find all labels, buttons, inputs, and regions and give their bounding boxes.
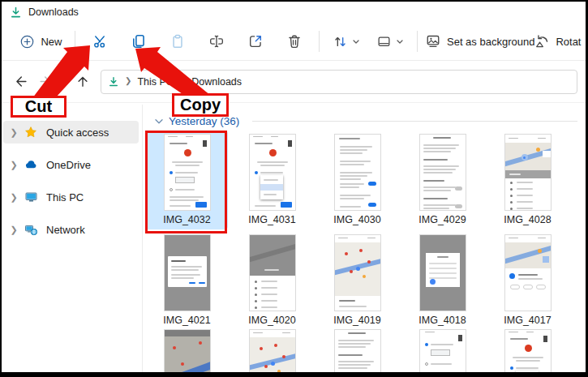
sidebar-item-quick-access[interactable]: ❯Quick access — [3, 121, 139, 144]
downloads-location-icon — [108, 76, 119, 88]
expand-chevron-icon[interactable]: ❯ — [3, 160, 24, 170]
file-thumbnail[interactable] — [249, 329, 296, 372]
file-item-img_4018[interactable]: IMG_4018 — [400, 229, 485, 324]
scissors-icon — [92, 34, 107, 49]
address-bar[interactable]: ❯ This PC ❯ Downloads — [101, 70, 577, 94]
up-arrow-icon — [75, 75, 90, 88]
sidebar-item-network[interactable]: ❯Network — [3, 218, 139, 241]
file-item[interactable] — [485, 324, 570, 372]
file-thumbnail[interactable] — [164, 329, 211, 372]
file-name-label: IMG_4031 — [248, 214, 295, 225]
file-item-img_4031[interactable]: IMG_4031 — [230, 129, 315, 229]
copy-icon — [131, 34, 146, 49]
file-thumbnail[interactable] — [504, 134, 552, 211]
window-body: ❯Quick access❯OneDrive❯This PC❯Network Y… — [2, 105, 586, 372]
file-item-img_4021[interactable]: IMG_4021 — [144, 229, 230, 324]
set-as-background-button[interactable]: Set as background — [426, 34, 534, 49]
file-item[interactable] — [144, 324, 230, 372]
view-button[interactable] — [371, 28, 409, 55]
file-thumbnail[interactable] — [334, 234, 381, 311]
share-button[interactable] — [239, 28, 272, 55]
up-button[interactable] — [73, 72, 92, 92]
rotate-button[interactable]: Rotat — [534, 34, 581, 49]
file-thumbnail[interactable] — [164, 234, 211, 311]
sort-button[interactable] — [328, 28, 365, 55]
file-item-img_4028[interactable]: IMG_4028 — [485, 129, 570, 229]
recent-locations-button[interactable] — [55, 72, 68, 92]
file-thumbnail[interactable] — [249, 234, 296, 311]
network-icon — [24, 223, 39, 236]
tab-downloads[interactable]: Downloads — [10, 6, 79, 19]
collapse-chevron-icon[interactable] — [154, 118, 164, 126]
file-grid-row: IMG_4032IMG_4031IMG_4030IMG_4029IMG_4028 — [144, 129, 586, 229]
navigation-bar: ❯ This PC ❯ Downloads — [2, 61, 586, 103]
file-item[interactable] — [230, 324, 315, 372]
breadcrumb-chevron: ❯ — [179, 76, 186, 85]
toolbar-separator — [319, 31, 320, 52]
rename-icon — [209, 34, 224, 49]
file-name-label: IMG_4028 — [504, 214, 551, 225]
breadcrumb-chevron: ❯ — [125, 76, 131, 85]
new-button-label: New — [41, 36, 62, 48]
chevron-down-icon — [396, 38, 404, 45]
file-item[interactable] — [400, 324, 485, 372]
plus-circle-icon — [20, 35, 34, 49]
back-button[interactable] — [11, 72, 31, 92]
sidebar-item-label: This PC — [46, 191, 84, 203]
breadcrumb-this-pc[interactable]: This PC — [137, 76, 173, 88]
command-toolbar: New — [2, 23, 586, 61]
toolbar-separator — [75, 31, 75, 52]
file-item-img_4019[interactable]: IMG_4019 — [315, 229, 400, 324]
navigation-sidebar: ❯Quick access❯OneDrive❯This PC❯Network — [2, 105, 143, 372]
wallpaper-icon — [426, 34, 440, 49]
file-item[interactable] — [315, 324, 400, 372]
expand-chevron-icon[interactable]: ❯ — [3, 127, 24, 138]
chevron-down-icon — [58, 78, 66, 85]
file-thumbnail[interactable] — [504, 329, 552, 372]
copy-button[interactable] — [122, 28, 155, 55]
tab-bar: Downloads — [2, 2, 586, 23]
rotate-label: Rotat — [556, 36, 581, 48]
cut-button[interactable] — [84, 28, 116, 55]
file-thumbnail[interactable] — [419, 134, 466, 211]
back-arrow-icon — [14, 75, 28, 88]
file-thumbnail[interactable] — [334, 329, 381, 372]
expand-chevron-icon[interactable]: ❯ — [3, 192, 24, 203]
paste-button[interactable] — [161, 28, 194, 55]
sidebar-item-label: Quick access — [46, 126, 109, 139]
file-item-img_4032[interactable]: IMG_4032 — [144, 129, 230, 229]
tab-title: Downloads — [28, 6, 79, 18]
file-item-img_4029[interactable]: IMG_4029 — [400, 129, 485, 229]
toolbar-separator — [417, 31, 418, 52]
view-icon — [377, 35, 391, 49]
expand-chevron-icon[interactable]: ❯ — [3, 225, 24, 235]
file-thumbnail[interactable] — [334, 134, 381, 211]
pc-icon — [24, 191, 39, 203]
file-item-img_4020[interactable]: IMG_4020 — [230, 229, 315, 324]
file-thumbnail[interactable] — [504, 234, 552, 311]
forward-button[interactable] — [36, 72, 55, 92]
rename-button[interactable] — [200, 28, 233, 55]
paste-icon — [170, 34, 185, 49]
new-button[interactable]: New — [16, 35, 67, 49]
trash-icon — [287, 34, 302, 49]
file-thumbnail[interactable] — [249, 134, 296, 211]
group-label[interactable]: Yesterday (36) — [169, 115, 239, 127]
file-grid: IMG_4032IMG_4031IMG_4030IMG_4029IMG_4028… — [144, 129, 586, 372]
file-name-label: IMG_4032 — [163, 214, 210, 225]
file-grid-row: IMG_4021IMG_4020IMG_4019IMG_4018IMG_4017 — [144, 229, 586, 324]
sidebar-item-this-pc[interactable]: ❯This PC — [3, 186, 139, 208]
file-item-img_4017[interactable]: IMG_4017 — [485, 229, 570, 324]
file-item-img_4030[interactable]: IMG_4030 — [315, 129, 400, 229]
downloads-icon — [10, 6, 22, 19]
delete-button[interactable] — [278, 28, 311, 55]
breadcrumb-downloads[interactable]: Downloads — [191, 76, 242, 88]
files-content-area: Yesterday (36) IMG_4032IMG_4031IMG_4030I… — [144, 105, 586, 372]
star-icon — [24, 126, 39, 139]
sidebar-item-label: Network — [46, 224, 85, 236]
file-thumbnail[interactable] — [164, 134, 211, 211]
file-thumbnail[interactable] — [419, 234, 466, 311]
sidebar-item-label: OneDrive — [46, 159, 91, 171]
sidebar-item-onedrive[interactable]: ❯OneDrive — [3, 153, 139, 176]
file-thumbnail[interactable] — [419, 329, 466, 372]
